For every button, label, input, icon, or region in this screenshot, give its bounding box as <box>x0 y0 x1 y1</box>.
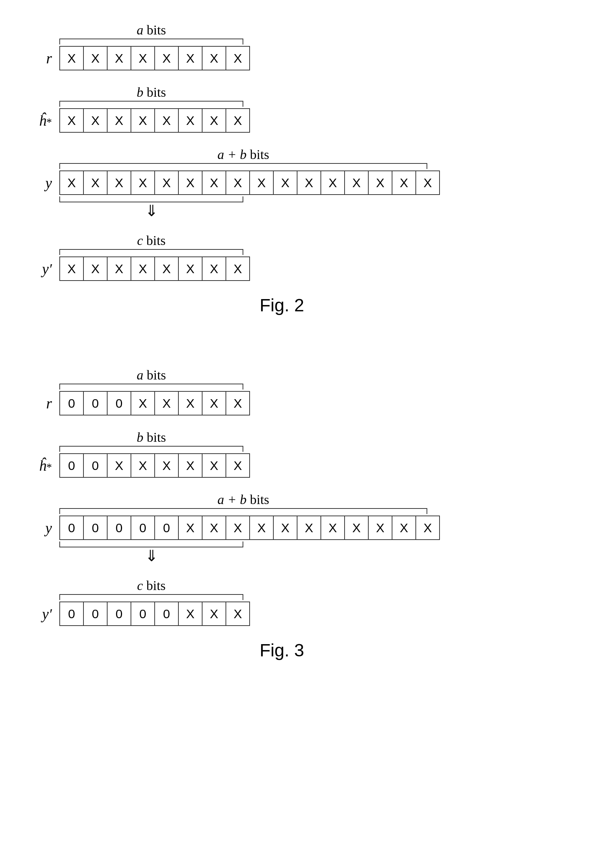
fig2: a bitsrXXXXXXXXb bitsĥ*XXXXXXXXa + b bit… <box>30 22 582 315</box>
bit-cell: X <box>202 453 225 478</box>
bit-cell: X <box>202 46 225 70</box>
bit-cell: X <box>225 601 250 626</box>
fig2-caption: Fig. 2 <box>259 295 582 315</box>
fig3-yprime-width-label: c bits <box>59 578 243 594</box>
fig3-y-bits: 00000XXXXXXXXXXX <box>59 516 440 540</box>
bit-cell: X <box>83 256 107 281</box>
bit-cell: 0 <box>130 601 154 626</box>
bit-cell: X <box>107 46 130 70</box>
bit-cell: X <box>83 108 107 133</box>
bit-cell: X <box>130 256 154 281</box>
bit-cell: X <box>297 170 320 195</box>
bit-cell: X <box>154 170 178 195</box>
fig2-r-width-label: a bits <box>59 22 243 38</box>
fig2-yprime-width-label: c bits <box>59 233 243 248</box>
fig2-r-block: a bitsrXXXXXXXX <box>30 22 582 70</box>
fig2-r-bits: XXXXXXXX <box>59 46 250 70</box>
bracket-line <box>59 594 243 600</box>
bit-cell: 0 <box>130 516 154 540</box>
bit-cell: X <box>368 516 392 540</box>
fig2-hstar-var-label: ĥ* <box>30 112 59 129</box>
fig3-y-var-label: y <box>30 519 59 537</box>
bit-cell: X <box>59 46 83 70</box>
fig3-r-width-label: a bits <box>59 367 243 383</box>
fig2-y-var-label: y <box>30 174 59 192</box>
bit-cell: X <box>154 453 178 478</box>
bit-cell: X <box>59 108 83 133</box>
fig3-r-top-bracket: a bits <box>59 367 243 389</box>
bracket-line <box>59 541 243 547</box>
bit-cell: 0 <box>59 391 83 415</box>
fig2-r-top-bracket: a bits <box>59 22 243 45</box>
fig3: a bitsr000XXXXXb bitsĥ*00XXXXXXa + b bit… <box>30 367 582 660</box>
bracket-line <box>59 446 243 452</box>
fig2-yprime-row: y′XXXXXXXX <box>30 256 582 281</box>
bit-cell: X <box>130 46 154 70</box>
fig3-hstar-block: b bitsĥ*00XXXXXX <box>30 429 582 478</box>
bit-cell: X <box>59 256 83 281</box>
fig3-r-var-label: r <box>30 395 59 412</box>
bit-cell: 0 <box>59 453 83 478</box>
bit-cell: 0 <box>154 601 178 626</box>
fig3-y-top-bracket: a + b bits <box>59 492 427 514</box>
bit-cell: X <box>202 256 225 281</box>
fig3-y-row: y00000XXXXXXXXXXX <box>30 516 582 540</box>
bracket-line <box>59 197 243 202</box>
fig3-yprime-var-label: y′ <box>30 605 59 623</box>
fig3-yprime-bits: 00000XXX <box>59 601 250 626</box>
fig2-y-row: yXXXXXXXXXXXXXXXX <box>30 170 582 195</box>
fig2-y-block: a + b bitsyXXXXXXXXXXXXXXXX⇓ <box>30 147 582 219</box>
bit-cell: X <box>178 601 202 626</box>
diagram-root: a bitsrXXXXXXXXb bitsĥ*XXXXXXXXa + b bit… <box>30 22 582 660</box>
bit-cell: X <box>273 170 297 195</box>
bit-cell: 0 <box>83 601 107 626</box>
bit-cell: X <box>320 516 344 540</box>
bit-cell: X <box>130 453 154 478</box>
bit-cell: X <box>368 170 392 195</box>
bit-cell: 0 <box>107 391 130 415</box>
bit-cell: X <box>130 391 154 415</box>
fig3-yprime-row: y′00000XXX <box>30 601 582 626</box>
bit-cell: X <box>154 46 178 70</box>
bit-cell: X <box>178 391 202 415</box>
fig2-y-width-label: a + b bits <box>59 147 427 162</box>
bit-cell: X <box>83 170 107 195</box>
fig3-yprime-top-bracket: c bits <box>59 578 243 600</box>
bit-cell: X <box>225 453 250 478</box>
fig2-hstar-row: ĥ*XXXXXXXX <box>30 108 582 133</box>
fig3-caption: Fig. 3 <box>259 640 582 660</box>
bit-cell: X <box>154 256 178 281</box>
bit-cell: X <box>225 170 249 195</box>
bit-cell: X <box>178 516 202 540</box>
fig2-hstar-top-bracket: b bits <box>59 85 243 107</box>
bit-cell: 0 <box>83 516 107 540</box>
bit-cell: X <box>225 516 249 540</box>
fig2-hstar-bits: XXXXXXXX <box>59 108 250 133</box>
bit-cell: X <box>273 516 297 540</box>
bit-cell: 0 <box>59 516 83 540</box>
bracket-line <box>59 163 427 169</box>
bit-cell: X <box>202 391 225 415</box>
down-arrow-icon: ⇓ <box>59 203 243 219</box>
bit-cell: X <box>154 108 178 133</box>
bit-cell: X <box>107 256 130 281</box>
bit-cell: X <box>415 170 440 195</box>
fig3-r-row: r000XXXXX <box>30 391 582 415</box>
fig3-hstar-top-bracket: b bits <box>59 429 243 452</box>
bit-cell: X <box>392 170 415 195</box>
fig2-hstar-width-label: b bits <box>59 85 243 100</box>
fig2-yprime-bits: XXXXXXXX <box>59 256 250 281</box>
bit-cell: X <box>344 516 368 540</box>
fig3-hstar-var-label: ĥ* <box>30 457 59 474</box>
bit-cell: X <box>107 108 130 133</box>
bit-cell: X <box>415 516 440 540</box>
fig2-yprime-var-label: y′ <box>30 260 59 277</box>
fig2-yprime-top-bracket: c bits <box>59 233 243 255</box>
bit-cell: X <box>392 516 415 540</box>
fig3-r-block: a bitsr000XXXXX <box>30 367 582 415</box>
bit-cell: X <box>202 108 225 133</box>
bit-cell: X <box>130 170 154 195</box>
bit-cell: 0 <box>83 453 107 478</box>
fig3-r-bits: 000XXXXX <box>59 391 250 415</box>
bit-cell: X <box>249 516 273 540</box>
